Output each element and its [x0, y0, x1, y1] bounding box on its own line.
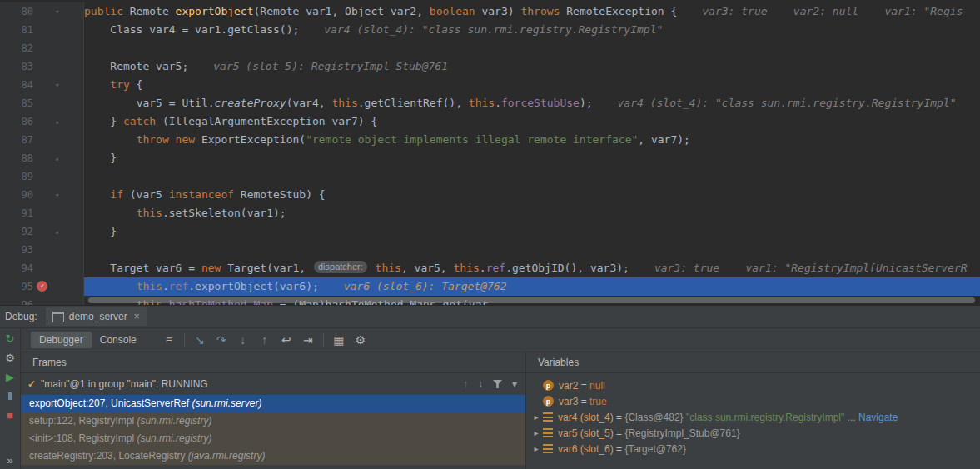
editor-line[interactable]: 93 — [0, 241, 980, 259]
code-segment: ref — [169, 280, 188, 292]
frame-down-icon[interactable]: ↓ — [478, 378, 483, 390]
line-number[interactable]: 95 — [0, 277, 38, 296]
filter-icon[interactable] — [493, 380, 502, 388]
frame-row[interactable]: createRegistry:203, LocateRegistry (java… — [21, 447, 525, 465]
line-number[interactable]: 84 — [0, 76, 38, 94]
stop-icon[interactable]: ■ — [7, 410, 13, 422]
pause-icon[interactable]: ‖ — [7, 391, 12, 402]
line-number[interactable]: 89 — [0, 167, 38, 186]
editor-line[interactable]: 81 Class var4 = var1.getClass();var4 (sl… — [0, 21, 980, 39]
expand-chevron[interactable]: ▸ — [530, 412, 543, 422]
editor-line[interactable]: 90▾ if (var5 instanceof RemoteStub) { — [0, 186, 980, 204]
tab-debugger[interactable]: Debugger — [31, 332, 92, 348]
editor-gutter[interactable]: 91 — [0, 204, 84, 222]
variable-row[interactable]: pvar2 = null — [526, 377, 980, 393]
chevron-down-icon[interactable]: ▾ — [512, 378, 517, 390]
editor-gutter[interactable]: 81 — [0, 21, 84, 39]
editor-gutter[interactable]: 82 — [0, 39, 84, 57]
line-number[interactable]: 88 — [0, 149, 38, 167]
line-number[interactable]: 85 — [0, 94, 38, 112]
editor-gutter[interactable]: 89 — [0, 167, 84, 186]
code-editor[interactable]: 80▾public Remote exportObject(Remote var… — [0, 0, 980, 305]
debugger-settings-icon[interactable]: ⚙ — [350, 333, 371, 347]
editor-line[interactable]: 83 Remote var5;var5 (slot_5): RegistryIm… — [0, 57, 980, 76]
run-to-cursor-icon[interactable]: ⇥ — [297, 333, 319, 347]
line-number[interactable]: 87 — [0, 131, 38, 149]
variable-row[interactable]: ▸var5 (slot_5) = {RegistryImpl_Stub@761} — [526, 425, 980, 441]
line-number[interactable]: 80 — [0, 2, 38, 21]
line-number[interactable]: 86 — [0, 112, 38, 131]
line-number[interactable]: 90 — [0, 186, 38, 204]
editor-line[interactable]: 80▾public Remote exportObject(Remote var… — [0, 2, 980, 21]
editor-gutter[interactable]: 92▴ — [0, 222, 84, 241]
line-number[interactable]: 93 — [0, 241, 38, 259]
restore-layout-icon[interactable]: ≡ — [158, 333, 180, 347]
step-over-icon[interactable]: ↷ — [211, 333, 232, 347]
more-icon[interactable]: » — [0, 455, 20, 467]
fold-end-icon[interactable]: ▴ — [55, 222, 59, 241]
editor-line[interactable]: 94 Target var6 = new Target(var1, dispat… — [0, 259, 980, 277]
fold-open-icon[interactable]: ▾ — [55, 76, 59, 94]
rerun-icon[interactable]: ↻ — [6, 333, 15, 345]
drop-frame-icon[interactable]: ↩ — [276, 333, 297, 347]
editor-line[interactable]: 92▴ } — [0, 222, 980, 241]
frame-package: (sun.rmi.registry) — [137, 415, 211, 427]
variable-row[interactable]: ▸var4 (slot_4) = {Class@482} "class sun.… — [526, 409, 980, 425]
code-segment: this — [137, 280, 162, 292]
line-number[interactable]: 83 — [0, 57, 38, 76]
debug-main: Debugger Console ≡↘↷↓↑↩⇥▦⚙ Frames ✓ "mai… — [21, 328, 980, 469]
editor-line[interactable]: 86▴ } catch (IllegalArgumentException va… — [0, 112, 980, 131]
line-number[interactable]: 82 — [0, 39, 38, 57]
resume-icon[interactable]: ▶ — [6, 372, 14, 383]
editor-gutter[interactable]: 94 — [0, 259, 84, 277]
editor-gutter[interactable]: 93 — [0, 241, 84, 259]
frame-up-icon[interactable]: ↑ — [463, 378, 468, 390]
editor-line[interactable]: 82 — [0, 39, 980, 57]
editor-gutter[interactable]: 90▾ — [0, 186, 84, 204]
editor-gutter[interactable]: 87 — [0, 131, 84, 149]
editor-gutter[interactable]: 88▴ — [0, 149, 84, 167]
variable-row[interactable]: ▸var6 (slot_6) = {Target@762} — [526, 441, 980, 457]
close-icon[interactable]: × — [134, 311, 140, 322]
editor-line[interactable]: 89 — [0, 167, 980, 186]
editor-line[interactable]: 91 this.setSkeleton(var1); — [0, 204, 980, 222]
line-number[interactable]: 81 — [0, 21, 38, 39]
editor-line[interactable]: 85 var5 = Util.createProxy(var4, this.ge… — [0, 94, 980, 112]
line-number[interactable]: 91 — [0, 204, 38, 222]
editor-gutter[interactable]: 95✓ — [0, 277, 84, 296]
fold-open-icon[interactable]: ▾ — [55, 2, 59, 21]
step-into-icon[interactable]: ↓ — [232, 333, 254, 347]
line-number[interactable]: 96 — [0, 296, 38, 305]
editor-gutter[interactable]: 83 — [0, 57, 84, 76]
settings-wrench-icon[interactable]: ⚙ — [5, 352, 15, 364]
editor-gutter[interactable]: 86▴ — [0, 112, 84, 131]
editor-gutter[interactable]: 84▾ — [0, 76, 84, 94]
fold-end-icon[interactable]: ▴ — [55, 112, 59, 131]
expand-chevron[interactable]: ▸ — [530, 428, 543, 437]
expand-chevron[interactable]: ▸ — [530, 444, 543, 453]
editor-line[interactable]: 84▾ try { — [0, 76, 980, 94]
thread-selector[interactable]: ✓ "main"@1 in group "main": RUNNING ↑↓▾ — [21, 373, 525, 395]
show-execution-point-icon[interactable]: ↘ — [189, 333, 211, 347]
step-out-icon[interactable]: ↑ — [254, 333, 276, 347]
frame-row[interactable]: setup:122, RegistryImpl (sun.rmi.registr… — [21, 412, 525, 430]
line-number[interactable]: 94 — [0, 259, 38, 277]
editor-line[interactable]: 95✓ this.ref.exportObject(var6);var6 (sl… — [0, 277, 980, 296]
frame-row[interactable]: <init>:108, RegistryImpl (sun.rmi.regist… — [21, 430, 525, 447]
navigate-link[interactable]: Navigate — [858, 412, 898, 423]
frame-row[interactable]: exportObject:207, UnicastServerRef (sun.… — [21, 395, 525, 412]
editor-gutter[interactable]: 80▾ — [0, 2, 84, 21]
line-number[interactable]: 92 — [0, 222, 38, 241]
editor-gutter[interactable]: 96 — [0, 296, 84, 305]
editor-line[interactable]: 88▴ } — [0, 149, 980, 167]
fold-open-icon[interactable]: ▾ — [55, 186, 59, 204]
variable-row[interactable]: pvar3 = true — [526, 393, 980, 409]
tab-console[interactable]: Console — [92, 332, 145, 348]
editor-line[interactable]: 87 throw new ExportException("remote obj… — [0, 131, 980, 149]
evaluate-expression-icon[interactable]: ▦ — [328, 333, 350, 347]
fold-end-icon[interactable]: ▴ — [55, 149, 59, 167]
editor-gutter[interactable]: 85 — [0, 94, 84, 112]
horizontal-scrollbar[interactable] — [88, 297, 975, 303]
debug-session-tab[interactable]: demo_server × — [46, 307, 147, 326]
breakpoint-icon[interactable]: ✓ — [37, 281, 47, 292]
